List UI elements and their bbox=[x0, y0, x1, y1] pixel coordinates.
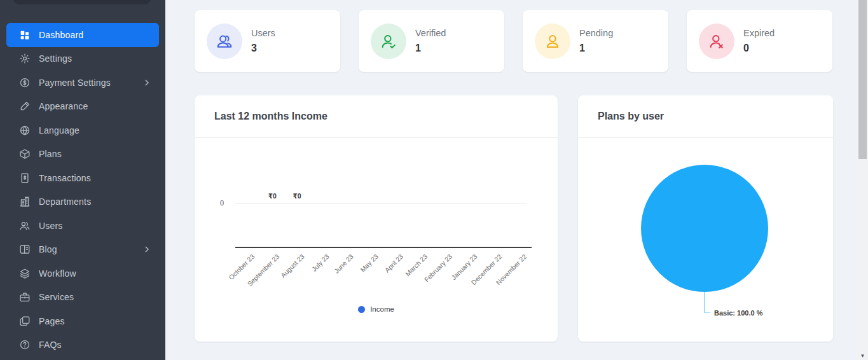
y-axis-tick-label: 0 bbox=[220, 199, 224, 207]
stat-card-expired: Expired0 bbox=[687, 10, 832, 72]
sidebar-item-settings[interactable]: Settings bbox=[6, 47, 159, 71]
main-content: Users3Verified1Pending1Expired0 Last 12 … bbox=[165, 0, 857, 360]
sidebar-item-workflow[interactable]: Workflow bbox=[6, 261, 159, 286]
stat-card-users: Users3 bbox=[195, 10, 340, 72]
receipt-icon bbox=[19, 172, 31, 184]
sidebar-item-label: Plans bbox=[39, 149, 151, 159]
income-card-title: Last 12 months Income bbox=[214, 111, 327, 122]
x-axis-label: May 23 bbox=[359, 253, 380, 273]
sidebar-item-label: Blog bbox=[39, 244, 142, 254]
sidebar-item-label: Settings bbox=[39, 53, 151, 64]
sidebar-item-label: Pages bbox=[39, 316, 151, 326]
stat-label: Users bbox=[251, 28, 275, 38]
briefcase-icon bbox=[19, 291, 31, 303]
sidebar-item-label: Language bbox=[39, 125, 151, 135]
data-point-label: ₹0 bbox=[293, 192, 301, 200]
income-legend-dot bbox=[358, 306, 365, 313]
pages-icon bbox=[19, 315, 31, 327]
sidebar-item-label: Services bbox=[39, 292, 151, 302]
users-group-icon bbox=[207, 24, 242, 59]
layers-icon bbox=[19, 268, 31, 279]
sidebar-item-plans[interactable]: Plans bbox=[6, 142, 159, 167]
globe-icon bbox=[19, 125, 31, 136]
x-axis-line bbox=[235, 247, 532, 248]
data-point-label: ₹0 bbox=[268, 192, 277, 200]
package-icon bbox=[19, 148, 31, 160]
sidebar-item-label: Payment Settings bbox=[39, 78, 142, 88]
chevron-right-icon bbox=[142, 245, 151, 254]
logo-placeholder bbox=[13, 0, 151, 4]
dollar-circle-icon bbox=[19, 77, 31, 88]
pie-leader-line-elbow bbox=[704, 312, 710, 314]
sidebar-item-payment-settings[interactable]: Payment Settings bbox=[6, 71, 159, 95]
sidebar-item-label: Transactions bbox=[39, 173, 151, 183]
stats-row: Users3Verified1Pending1Expired0 bbox=[195, 10, 857, 72]
sidebar-item-label: Dashboard bbox=[39, 30, 151, 40]
sidebar-item-language[interactable]: Language bbox=[6, 118, 159, 142]
sidebar-item-transactions[interactable]: Transactions bbox=[6, 166, 159, 190]
sidebar-item-label: Appearance bbox=[39, 101, 151, 111]
x-axis-label: April 23 bbox=[383, 253, 404, 274]
scrollbar-thumb[interactable] bbox=[858, 0, 867, 159]
sidebar-item-faqs[interactable]: FAQs bbox=[6, 333, 159, 357]
sidebar-item-label: Workflow bbox=[39, 268, 151, 279]
sidebar-menu: DashboardSettingsPayment SettingsAppeara… bbox=[0, 23, 165, 357]
x-axis-label: July 23 bbox=[310, 253, 330, 273]
user-x-icon bbox=[699, 24, 734, 59]
vertical-scrollbar[interactable]: ▼ bbox=[857, 0, 868, 360]
gear-icon bbox=[19, 53, 31, 64]
sidebar-item-label: Users bbox=[39, 221, 151, 231]
sidebar: DashboardSettingsPayment SettingsAppeara… bbox=[0, 0, 165, 360]
sidebar-item-dashboard[interactable]: Dashboard bbox=[6, 23, 159, 47]
stat-value: 1 bbox=[579, 43, 613, 54]
paint-brush-icon bbox=[19, 100, 31, 112]
stat-label: Verified bbox=[415, 28, 446, 38]
x-axis-label: June 23 bbox=[333, 253, 355, 275]
sidebar-item-label: Departments bbox=[39, 197, 151, 207]
question-circle-icon bbox=[19, 339, 31, 350]
stat-label: Pending bbox=[579, 28, 613, 38]
plans-card-title: Plans by user bbox=[598, 111, 664, 122]
stat-label: Expired bbox=[743, 28, 775, 38]
user-icon bbox=[535, 24, 570, 59]
users-icon bbox=[19, 220, 31, 232]
blog-icon bbox=[19, 244, 31, 255]
pie-slice-label: Basic: 100.0 % bbox=[714, 309, 762, 317]
stat-card-pending: Pending1 bbox=[523, 10, 668, 72]
zero-gridline bbox=[235, 204, 527, 204]
chevron-right-icon bbox=[142, 78, 151, 87]
plans-card: Plans by user Basic: 100.0 % bbox=[578, 95, 833, 342]
scrollbar-down-arrow-icon[interactable]: ▼ bbox=[857, 353, 868, 359]
charts-row: Last 12 months Income 0 ₹0₹0 October 23S… bbox=[195, 95, 857, 342]
stat-value: 0 bbox=[743, 43, 775, 54]
chart-legend: Income bbox=[195, 305, 558, 313]
stat-value: 1 bbox=[415, 43, 446, 54]
sidebar-item-users[interactable]: Users bbox=[6, 214, 159, 238]
dashboard-grid-icon bbox=[19, 29, 31, 41]
building-icon bbox=[19, 196, 31, 207]
x-axis-label: August 23 bbox=[279, 253, 306, 279]
sidebar-item-pages[interactable]: Pages bbox=[6, 309, 159, 333]
pie-leader-line bbox=[704, 292, 705, 313]
stat-card-verified: Verified1 bbox=[359, 10, 504, 72]
user-check-icon bbox=[371, 24, 406, 59]
sidebar-item-appearance[interactable]: Appearance bbox=[6, 95, 159, 119]
sidebar-item-departments[interactable]: Departments bbox=[6, 190, 159, 214]
sidebar-item-blog[interactable]: Blog bbox=[6, 238, 159, 262]
income-card-header: Last 12 months Income bbox=[195, 95, 558, 138]
plans-card-header: Plans by user bbox=[578, 95, 833, 138]
income-legend-label: Income bbox=[370, 305, 394, 313]
income-card: Last 12 months Income 0 ₹0₹0 October 23S… bbox=[195, 95, 558, 342]
x-axis-labels: October 23September 23August 23July 23Ju… bbox=[195, 253, 558, 297]
sidebar-item-label: FAQs bbox=[39, 340, 151, 350]
x-axis-label: March 23 bbox=[404, 253, 429, 277]
pie-slice-basic bbox=[641, 165, 768, 292]
sidebar-item-services[interactable]: Services bbox=[6, 286, 159, 310]
stat-value: 3 bbox=[251, 43, 275, 54]
